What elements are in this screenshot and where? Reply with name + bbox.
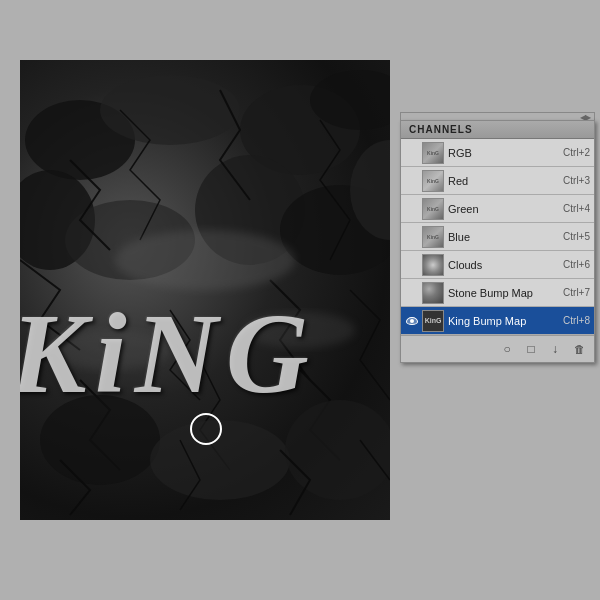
channel-row-clouds[interactable]: Clouds Ctrl+6	[401, 251, 594, 279]
channel-row-blue[interactable]: KinG Blue Ctrl+5	[401, 223, 594, 251]
svg-point-12	[115, 230, 295, 290]
channel-name-green: Green	[448, 203, 559, 215]
channel-thumb-green: KinG	[422, 198, 444, 220]
channel-shortcut-king-bump-map: Ctrl+8	[563, 315, 590, 326]
eye-icon-blue	[405, 230, 419, 244]
channel-thumb-blue: KinG	[422, 226, 444, 248]
eye-icon-king-bump-map[interactable]	[405, 314, 419, 328]
eye-icon-green	[405, 202, 419, 216]
channel-name-red: Red	[448, 175, 559, 187]
eye-icon-clouds	[405, 258, 419, 272]
channel-row-rgb[interactable]: KinG RGB Ctrl+2	[401, 139, 594, 167]
channel-name-rgb: RGB	[448, 147, 559, 159]
channel-row-stone-bump-map[interactable]: Stone Bump Map Ctrl+7	[401, 279, 594, 307]
channel-row-green[interactable]: KinG Green Ctrl+4	[401, 195, 594, 223]
channel-thumb-stone-bump-map	[422, 282, 444, 304]
eye-active-indicator	[406, 317, 418, 325]
channel-name-king-bump-map: King Bump Map	[448, 315, 559, 327]
channel-shortcut-red: Ctrl+3	[563, 175, 590, 186]
channel-shortcut-clouds: Ctrl+6	[563, 259, 590, 270]
duplicate-channel-icon[interactable]: □	[522, 340, 540, 358]
eye-icon-stone-bump-map	[405, 286, 419, 300]
channels-footer: ○ □ ↓ 🗑	[401, 335, 594, 362]
channel-thumb-clouds	[422, 254, 444, 276]
delete-channel-icon[interactable]: 🗑	[570, 340, 588, 358]
channel-thumb-king-bump-map: KinG	[422, 310, 444, 332]
channels-panel-header: CHANNELS	[401, 121, 594, 139]
channel-shortcut-stone-bump-map: Ctrl+7	[563, 287, 590, 298]
canvas-area: KiNG	[20, 60, 390, 520]
eye-icon-red	[405, 174, 419, 188]
channel-shortcut-green: Ctrl+4	[563, 203, 590, 214]
channel-row-king-bump-map[interactable]: KinG King Bump Map Ctrl+8	[401, 307, 594, 335]
channel-thumb-red: KinG	[422, 170, 444, 192]
king-text: KiNG	[20, 288, 317, 420]
channel-name-clouds: Clouds	[448, 259, 559, 271]
channel-name-stone-bump-map: Stone Bump Map	[448, 287, 559, 299]
eye-icon-rgb	[405, 146, 419, 160]
brush-circle	[190, 413, 222, 445]
channel-thumb-rgb: KinG	[422, 142, 444, 164]
channel-shortcut-blue: Ctrl+5	[563, 231, 590, 242]
workspace: KiNG ◀▶ CHANNELS KinG RGB Ctrl+2 KinG Re…	[0, 0, 600, 600]
save-selection-icon[interactable]: ↓	[546, 340, 564, 358]
new-channel-icon[interactable]: ○	[498, 340, 516, 358]
channel-row-red[interactable]: KinG Red Ctrl+3	[401, 167, 594, 195]
channels-panel: CHANNELS KinG RGB Ctrl+2 KinG Red Ctrl+3…	[400, 120, 595, 363]
channel-name-blue: Blue	[448, 231, 559, 243]
channel-shortcut-rgb: Ctrl+2	[563, 147, 590, 158]
